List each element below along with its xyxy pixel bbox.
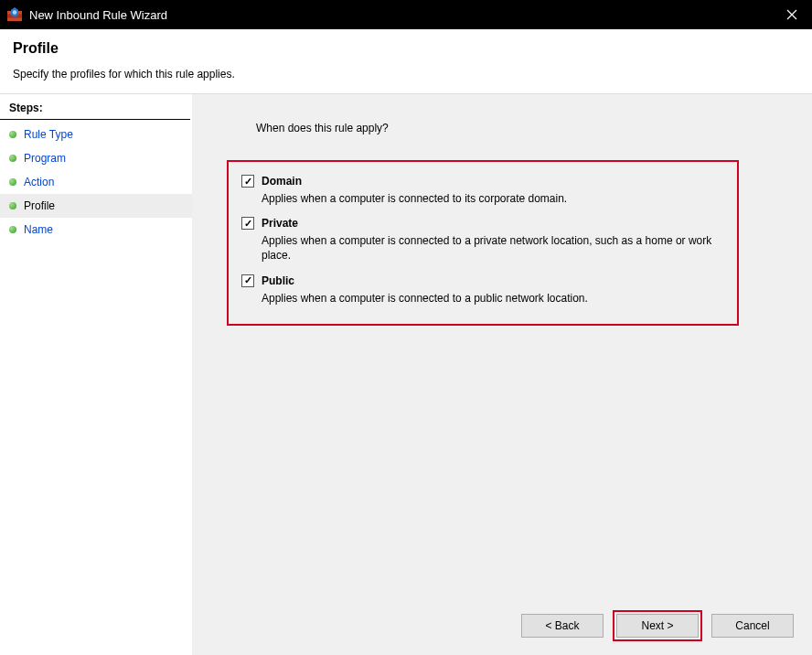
option-desc: Applies when a computer is connected to …	[262, 233, 724, 263]
steps-heading: Steps:	[0, 98, 190, 120]
step-name[interactable]: Name	[0, 218, 192, 242]
option-desc: Applies when a computer is connected to …	[262, 191, 724, 206]
question-text: When does this rule apply?	[256, 122, 785, 134]
step-label: Rule Type	[24, 128, 73, 141]
svg-point-4	[13, 10, 16, 14]
main-panel: When does this rule apply? Domain Applie…	[192, 94, 812, 655]
step-label: Name	[24, 223, 53, 236]
option-desc: Applies when a computer is connected to …	[262, 291, 724, 306]
step-rule-type[interactable]: Rule Type	[0, 123, 192, 146]
wizard-footer: < Back Next > Cancel	[521, 610, 794, 641]
step-profile[interactable]: Profile	[0, 194, 192, 218]
steps-sidebar: Steps: Rule Type Program Action Profile …	[0, 94, 192, 655]
option-public: Public Applies when a computer is connec…	[241, 274, 724, 306]
next-highlight: Next >	[613, 610, 702, 641]
option-label: Private	[262, 217, 298, 230]
wizard-body: Steps: Rule Type Program Action Profile …	[0, 94, 812, 655]
checkbox-domain[interactable]	[241, 175, 254, 188]
options-highlight: Domain Applies when a computer is connec…	[227, 160, 739, 326]
page-title: Profile	[13, 40, 799, 57]
back-button[interactable]: < Back	[521, 614, 604, 638]
step-action[interactable]: Action	[0, 170, 192, 194]
option-label: Domain	[262, 175, 302, 188]
checkbox-private[interactable]	[241, 217, 254, 230]
option-domain: Domain Applies when a computer is connec…	[241, 175, 724, 206]
bullet-icon	[9, 178, 16, 186]
window-title: New Inbound Rule Wizard	[29, 8, 167, 22]
checkbox-public[interactable]	[241, 274, 254, 287]
bullet-icon	[9, 155, 16, 162]
cancel-button[interactable]: Cancel	[711, 614, 794, 638]
firewall-icon	[7, 7, 22, 22]
close-button[interactable]	[774, 0, 810, 29]
step-program[interactable]: Program	[0, 146, 192, 170]
next-button[interactable]: Next >	[616, 614, 699, 638]
wizard-header: Profile Specify the profiles for which t…	[0, 29, 812, 94]
step-label: Action	[24, 176, 54, 188]
step-label: Program	[24, 152, 66, 165]
bullet-icon	[9, 131, 16, 138]
bullet-icon	[9, 226, 16, 233]
page-subtitle: Specify the profiles for which this rule…	[13, 68, 799, 81]
step-label: Profile	[24, 199, 55, 212]
svg-rect-3	[7, 18, 22, 21]
option-private: Private Applies when a computer is conne…	[241, 217, 724, 263]
titlebar: New Inbound Rule Wizard	[0, 0, 812, 29]
option-label: Public	[262, 274, 294, 287]
bullet-icon	[9, 202, 16, 209]
